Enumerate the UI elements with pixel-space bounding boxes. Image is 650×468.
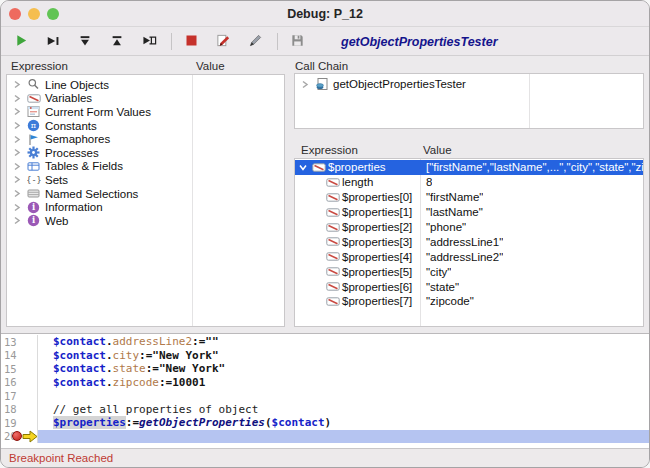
line-number-gutter[interactable]: 14: [1, 349, 38, 363]
tree-item-line-objects[interactable]: Line Objects: [7, 78, 284, 92]
custom-watch-value-header: Value: [423, 144, 452, 156]
watch-row-properties-4[interactable]: $properties[4]"addressLine2": [295, 249, 643, 264]
tree-item-sets[interactable]: {-}Sets: [7, 173, 284, 187]
tree-item-named-selections[interactable]: Named Selections: [7, 187, 284, 201]
variable-icon: [326, 265, 342, 278]
line-number-gutter[interactable]: 15: [1, 362, 38, 376]
window-title: Debug: P_12: [1, 7, 649, 21]
code-line-text: $contact.zipcode:=10001: [38, 376, 649, 390]
tree-item-information[interactable]: iInformation: [7, 200, 284, 214]
chevron-right-icon[interactable]: [13, 80, 27, 89]
chevron-right-icon[interactable]: [301, 80, 315, 89]
code-line-19[interactable]: 19$properties:=getObjectProperties($cont…: [1, 416, 649, 430]
chevron-right-icon[interactable]: [13, 94, 27, 103]
code-line-17[interactable]: 17: [1, 389, 649, 403]
watch-row-properties-3[interactable]: $properties[3]"addressLine1": [295, 234, 643, 249]
code-line-18[interactable]: 18// get all properties of object: [1, 403, 649, 417]
tree-item-current-form-values[interactable]: Current Form Values: [7, 105, 284, 119]
expression-value: 8: [420, 176, 432, 188]
watch-row-properties-2[interactable]: $properties[2]"phone": [295, 220, 643, 235]
variable-icon: [326, 250, 342, 263]
abort-button[interactable]: [179, 31, 203, 53]
execution-arrow-icon: [22, 430, 38, 445]
watch-row-properties-7[interactable]: $properties[7]"zipcode": [295, 294, 643, 309]
tree-item-label: Variables: [42, 92, 92, 104]
code-line-text: $properties:=getObjectProperties($contac…: [38, 416, 649, 430]
expression-value: ["firstName","lastName",...","city","sta…: [420, 161, 643, 173]
chevron-right-icon[interactable]: [13, 216, 27, 225]
code-lines: 13$contact.addressLine2:=""14$contact.ci…: [1, 334, 649, 443]
chevron-right-icon[interactable]: [13, 107, 27, 116]
line-number-gutter[interactable]: 19: [1, 416, 38, 430]
tree-item-semaphores[interactable]: Semaphores: [7, 132, 284, 146]
line-number-gutter[interactable]: 20: [1, 430, 38, 444]
expression-value: "state": [420, 281, 459, 293]
variable-icon: [312, 161, 328, 174]
info-icon: i: [27, 214, 42, 227]
tree-item-getobjectpropertiestester[interactable]: getObjectPropertiesTester: [295, 76, 643, 92]
custom-watch-rows: $properties["firstName","lastName",...",…: [295, 159, 643, 309]
tree-item-label: Named Selections: [42, 188, 138, 200]
chevron-right-icon[interactable]: [13, 189, 27, 198]
sets-icon: {-}: [27, 173, 42, 186]
variable-icon: [326, 191, 342, 204]
line-number-gutter[interactable]: 18: [1, 403, 38, 417]
step-into-icon: [78, 34, 92, 50]
step-into-process-button[interactable]: [137, 31, 161, 53]
watch-row-properties-1[interactable]: $properties[1]"lastName": [295, 205, 643, 220]
code-line-15[interactable]: 15$contact.state:="New York": [1, 362, 649, 376]
watch-row-properties-5[interactable]: $properties[5]"city": [295, 264, 643, 279]
no-trace-button[interactable]: [9, 31, 33, 53]
tree-item-processes[interactable]: Processes: [7, 146, 284, 160]
save-settings-button[interactable]: [285, 31, 309, 53]
watch-row-length[interactable]: length8: [295, 175, 643, 190]
line-number-gutter[interactable]: 16: [1, 376, 38, 390]
breakpoint-icon[interactable]: [12, 431, 22, 441]
tree-item-variables[interactable]: Variables: [7, 92, 284, 106]
abort-and-edit-button[interactable]: [211, 31, 235, 53]
chevron-right-icon[interactable]: [13, 148, 27, 157]
chevron-right-icon[interactable]: [13, 203, 27, 212]
watch-row-properties[interactable]: $properties["firstName","lastName",...",…: [295, 160, 643, 175]
expression-value: "addressLine1": [420, 236, 503, 248]
expression-label: $properties[0]: [342, 191, 412, 203]
variable-icon: [326, 206, 342, 219]
code-line-20[interactable]: 20: [1, 430, 649, 444]
expression-value: "zipcode": [420, 295, 474, 307]
tree-item-web[interactable]: iWeb: [7, 214, 284, 228]
code-editor[interactable]: 13$contact.addressLine2:=""14$contact.ci…: [1, 333, 649, 450]
chevron-right-icon[interactable]: [13, 175, 27, 184]
tree-item-tables-fields[interactable]: Tables & Fields: [7, 160, 284, 174]
tree-item-label: Web: [42, 215, 68, 227]
variable-icon: [326, 176, 342, 189]
svg-text:π: π: [31, 121, 36, 130]
expression-label: $properties[3]: [342, 236, 412, 248]
debug-toolbar-buttons: [9, 31, 317, 53]
chevron-right-icon[interactable]: [13, 135, 27, 144]
line-number-gutter[interactable]: 17: [1, 389, 38, 403]
code-line-16[interactable]: 16$contact.zipcode:=10001: [1, 376, 649, 390]
code-line-14[interactable]: 14$contact.city:="New York": [1, 349, 649, 363]
variable-icon: [326, 235, 342, 248]
chevron-right-icon[interactable]: [13, 121, 27, 130]
call-chain-title: Call Chain: [295, 60, 348, 72]
tree-item-constants[interactable]: πConstants: [7, 119, 284, 133]
watch-row-properties-6[interactable]: $properties[6]"state": [295, 279, 643, 294]
watch-column-divider[interactable]: [192, 75, 193, 326]
tree-item-label: Sets: [42, 174, 68, 186]
chevron-down-icon[interactable]: [299, 163, 312, 172]
step-out-button[interactable]: [105, 31, 129, 53]
call-chain-column-divider[interactable]: [529, 74, 530, 128]
line-number-gutter[interactable]: 13: [1, 335, 38, 349]
code-line-13[interactable]: 13$contact.addressLine2:="": [1, 335, 649, 349]
watch-row-properties-0[interactable]: $properties[0]"firstName": [295, 190, 643, 205]
debug-toolbar: getObjectPropertiesTester: [1, 28, 649, 56]
flag-icon: [27, 133, 42, 146]
step-into-button[interactable]: [73, 31, 97, 53]
watch-tree: Line ObjectsVariablesCurrent Form Values…: [7, 75, 284, 228]
expression-label: $properties[5]: [342, 266, 412, 278]
chevron-right-icon[interactable]: [13, 162, 27, 171]
edit-button[interactable]: [243, 31, 267, 53]
step-over-button[interactable]: [41, 31, 65, 53]
titlebar: Debug: P_12: [1, 1, 649, 27]
